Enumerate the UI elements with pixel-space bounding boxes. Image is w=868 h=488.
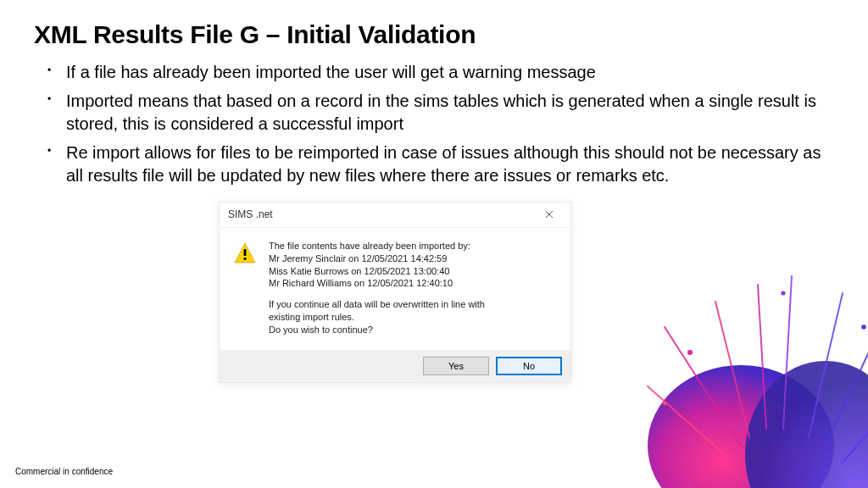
svg-rect-4 bbox=[244, 258, 247, 260]
yes-button[interactable]: Yes bbox=[423, 357, 489, 375]
bullet-item: Imported means that based on a record in… bbox=[47, 90, 834, 135]
page-title: XML Results File G – Initial Validation bbox=[34, 20, 834, 49]
close-button[interactable] bbox=[535, 205, 564, 224]
close-icon bbox=[545, 210, 554, 219]
svg-line-13 bbox=[648, 386, 724, 454]
dialog-title: SIMS .net bbox=[228, 208, 273, 220]
dialog-line: Miss Katie Burrows on 12/05/2021 13:00:4… bbox=[269, 265, 485, 278]
svg-rect-3 bbox=[244, 249, 247, 256]
svg-point-5 bbox=[648, 365, 834, 488]
dialog-line: Do you wish to continue? bbox=[269, 324, 485, 336]
bullet-item: If a file has already been imported the … bbox=[47, 61, 834, 83]
warning-dialog: SIMS .net The file con bbox=[219, 202, 571, 383]
dialog-message: The file contents have already been impo… bbox=[269, 240, 485, 336]
dialog-button-row: Yes No bbox=[220, 350, 570, 382]
svg-point-18 bbox=[663, 402, 667, 406]
footer-note: Commercial in confidence bbox=[15, 467, 113, 476]
svg-line-14 bbox=[843, 403, 868, 463]
dialog-line: The file contents have already been impo… bbox=[269, 240, 485, 252]
bullet-list: If a file has already been imported the … bbox=[34, 61, 834, 186]
warning-icon bbox=[233, 241, 257, 265]
dialog-line: If you continue all data will be overwri… bbox=[269, 298, 485, 311]
dialog-line: Mr Jeremy Sinclair on 12/05/2021 14:42:5… bbox=[269, 252, 485, 265]
bullet-item: Re import allows for files to be reimpor… bbox=[47, 141, 834, 186]
dialog-line: existing import rules. bbox=[269, 311, 485, 324]
no-button[interactable]: No bbox=[496, 357, 562, 375]
dialog-line: Mr Richard Williams on 12/05/2021 12:40:… bbox=[269, 277, 485, 290]
dialog-titlebar: SIMS .net bbox=[220, 202, 570, 228]
